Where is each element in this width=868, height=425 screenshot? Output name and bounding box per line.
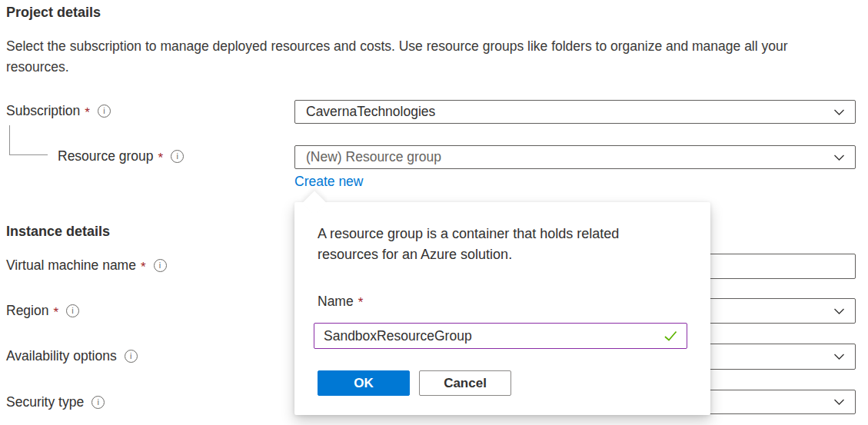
rg-name-input[interactable] bbox=[324, 328, 663, 344]
vm-name-label: Virtual machine name bbox=[6, 257, 136, 274]
info-icon[interactable]: i bbox=[125, 350, 138, 363]
subscription-label-row: Subscription * i bbox=[6, 103, 111, 119]
create-resource-group-popup: A resource group is a container that hol… bbox=[294, 202, 710, 415]
project-details-description: Select the subscription to manage deploy… bbox=[6, 36, 817, 78]
project-details-heading: Project details bbox=[6, 5, 101, 21]
info-icon[interactable]: i bbox=[98, 105, 111, 118]
required-asterisk: * bbox=[53, 305, 58, 320]
required-asterisk: * bbox=[85, 105, 90, 121]
security-type-label: Security type bbox=[6, 394, 84, 410]
rg-name-label-row: Name * bbox=[318, 294, 363, 310]
resource-group-label-row: Resource group * i bbox=[58, 148, 184, 164]
required-asterisk: * bbox=[141, 260, 146, 275]
resource-group-placeholder: (New) Resource group bbox=[306, 149, 441, 165]
availability-options-label-row: Availability options i bbox=[6, 348, 138, 364]
chevron-down-icon bbox=[832, 305, 846, 317]
resource-group-label: Resource group bbox=[58, 148, 154, 164]
security-type-label-row: Security type i bbox=[6, 394, 105, 410]
availability-options-label: Availability options bbox=[6, 348, 117, 364]
chevron-down-icon bbox=[832, 151, 846, 164]
region-label-row: Region * i bbox=[6, 303, 79, 319]
resource-group-dropdown[interactable]: (New) Resource group bbox=[294, 145, 856, 169]
subscription-dropdown[interactable]: CavernaTechnologies bbox=[294, 100, 856, 124]
validation-checkmark-icon bbox=[663, 328, 679, 344]
chevron-down-icon bbox=[832, 106, 846, 118]
region-label: Region bbox=[6, 303, 48, 319]
chevron-down-icon bbox=[832, 396, 846, 408]
subscription-label: Subscription bbox=[6, 103, 80, 119]
required-asterisk: * bbox=[158, 151, 164, 166]
rg-name-label: Name bbox=[318, 294, 354, 310]
rg-name-input-wrapper bbox=[314, 323, 687, 349]
chevron-down-icon bbox=[832, 350, 846, 363]
tree-connector-line bbox=[9, 125, 48, 155]
info-icon[interactable]: i bbox=[91, 396, 105, 409]
info-icon[interactable]: i bbox=[66, 304, 79, 317]
vm-name-label-row: Virtual machine name * i bbox=[6, 257, 167, 274]
create-vm-basics-form: Project details Select the subscription … bbox=[0, 0, 868, 425]
create-new-link[interactable]: Create new bbox=[294, 174, 364, 190]
instance-details-heading: Instance details bbox=[6, 224, 110, 240]
info-icon[interactable]: i bbox=[154, 259, 167, 272]
popup-callout-arrow bbox=[302, 191, 326, 214]
required-asterisk: * bbox=[358, 295, 364, 311]
info-icon[interactable]: i bbox=[171, 150, 184, 163]
cancel-button[interactable]: Cancel bbox=[419, 370, 511, 396]
ok-button[interactable]: OK bbox=[318, 370, 410, 396]
resource-group-popup-description: A resource group is a container that hol… bbox=[318, 224, 662, 265]
subscription-selected-value: CavernaTechnologies bbox=[306, 104, 435, 120]
